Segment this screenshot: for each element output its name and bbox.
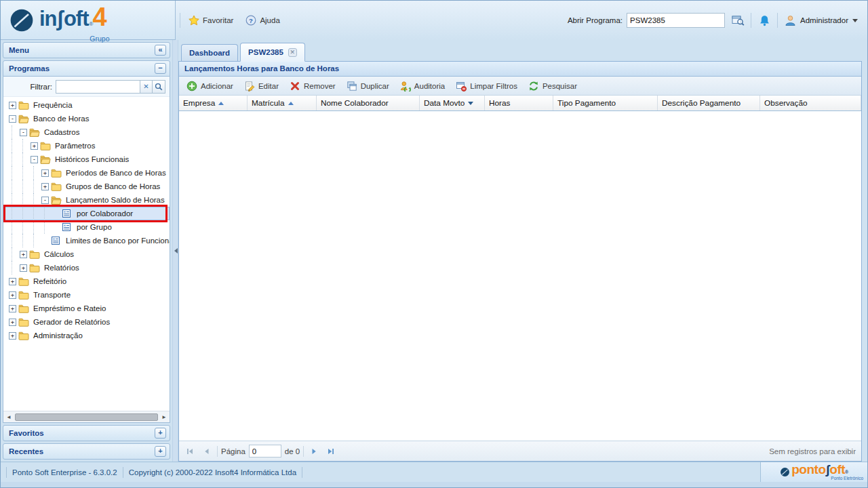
tree-item-gerador-de-relatorios[interactable]: +Gerador de Relatórios	[3, 315, 170, 329]
tree-expander[interactable]: +	[18, 262, 29, 274]
notifications-button[interactable]	[755, 12, 773, 28]
ajuda-button[interactable]: ? Ajuda	[241, 12, 283, 28]
tab-dashboard[interactable]: Dashboard	[181, 44, 238, 61]
tree-expand-icon[interactable]: +	[20, 264, 27, 272]
tree-expand-icon[interactable]: +	[9, 102, 16, 109]
tree-expander[interactable]: -	[28, 154, 40, 165]
tree-item-limites-de-banco-por-funcionario[interactable]: Limites de Banco por Funcionário	[3, 234, 170, 247]
tree-expander[interactable]: +	[39, 181, 51, 192]
splitter-collapse-icon[interactable]	[174, 248, 178, 253]
tree-item-por-grupo[interactable]: por Grupo	[3, 220, 170, 234]
column-header-empresa[interactable]: Empresa	[179, 96, 248, 110]
last-page-button[interactable]	[324, 445, 338, 458]
tree-item-refeitorio[interactable]: +Refeitório	[3, 274, 170, 288]
tree-item-calculos[interactable]: +Cálculos	[3, 247, 170, 261]
tree-item-frequencia[interactable]: +Frequência	[3, 98, 170, 112]
tree-item-label: Limites de Banco por Funcionário	[66, 237, 170, 245]
tree-expand-icon[interactable]: +	[9, 291, 16, 299]
tree-item-transporte[interactable]: +Transporte	[3, 288, 170, 302]
tree-item-grupos-de-banco-de-horas[interactable]: +Grupos de Banco de Horas	[3, 180, 170, 193]
tree-expand-icon[interactable]: +	[9, 305, 16, 312]
filter-input[interactable]	[56, 80, 140, 94]
scroll-left-icon[interactable]: ◄	[3, 411, 14, 422]
column-header-observacao[interactable]: Observação	[760, 96, 861, 110]
collapse-sidebar-button[interactable]: «	[155, 45, 166, 56]
tree-expander[interactable]: +	[18, 249, 29, 260]
tree-expander[interactable]: +	[7, 100, 18, 111]
tree-expander[interactable]: +	[7, 330, 18, 342]
toolbar-remover-button[interactable]: Remover	[285, 79, 340, 94]
folder-icon	[29, 262, 41, 273]
tree-item-parametros[interactable]: +Parâmetros	[3, 139, 170, 152]
column-header-horas[interactable]: Horas	[485, 96, 553, 110]
tree-expand-icon[interactable]: +	[9, 319, 16, 326]
tree-expander[interactable]: -	[39, 195, 51, 206]
page-number-input[interactable]	[249, 445, 281, 458]
favoritos-section-header[interactable]: Favoritos +	[3, 425, 170, 441]
logo-part: in	[39, 8, 57, 29]
tree-expand-icon[interactable]: +	[41, 169, 49, 177]
tree-item-administracao[interactable]: +Administração	[3, 329, 170, 342]
tree-item-banco-de-horas[interactable]: -Banco de Horas	[3, 112, 170, 125]
collapse-programas-button[interactable]: −	[155, 63, 166, 74]
scroll-right-icon[interactable]: ►	[159, 411, 170, 422]
tree-expander[interactable]: +	[7, 317, 18, 328]
tree-collapse-icon[interactable]: -	[9, 115, 16, 123]
tree-item-historicos-funcionais[interactable]: -Históricos Funcionais	[3, 152, 170, 166]
user-menu-button[interactable]: Administrador	[782, 14, 861, 28]
tree-expander[interactable]: -	[7, 113, 18, 125]
tree-expand-icon[interactable]: +	[41, 183, 49, 190]
scrollbar-thumb[interactable]	[15, 413, 158, 421]
tab-psw2385[interactable]: PSW2385✕	[240, 43, 305, 62]
grid-body-empty[interactable]	[179, 111, 861, 441]
toolbar-limpar-filtros-button[interactable]: Limpar Filtros	[451, 79, 522, 94]
tree-expand-icon[interactable]: +	[20, 251, 27, 258]
tree-collapse-icon[interactable]: -	[20, 129, 27, 136]
toolbar-button-label: Duplicar	[361, 82, 389, 90]
programas-section-header[interactable]: Programas −	[3, 60, 170, 77]
recentes-section-header[interactable]: Recentes +	[3, 443, 170, 460]
tree-item-periodos-de-banco-de-horas[interactable]: +Períodos de Banco de Horas	[3, 166, 170, 180]
toolbar-adicionar-button[interactable]: Adicionar	[182, 79, 238, 94]
tree-collapse-icon[interactable]: -	[41, 197, 49, 204]
toolbar-editar-button[interactable]: Editar	[239, 79, 283, 94]
toolbar-duplicar-button[interactable]: Duplicar	[342, 79, 394, 94]
tree-expander[interactable]: +	[39, 167, 51, 179]
column-header-tipo-pagamento[interactable]: Tipo Pagamento	[553, 96, 658, 110]
tree-item-lancamento-saldo-de-horas[interactable]: -Lançamento Saldo de Horas	[3, 193, 170, 207]
next-page-button[interactable]	[307, 445, 321, 458]
column-header-matricula[interactable]: Matrícula	[248, 96, 317, 110]
program-search-button[interactable]	[729, 12, 747, 28]
tree-expander[interactable]: +	[28, 140, 40, 152]
tree-item-por-colaborador[interactable]: por Colaborador	[3, 207, 170, 220]
favoritos-title: Favoritos	[9, 429, 44, 437]
tree-expander[interactable]: -	[18, 127, 29, 138]
tree-collapse-icon[interactable]: -	[31, 156, 38, 163]
tree-item-cadastros[interactable]: -Cadastros	[3, 125, 170, 139]
tree-expand-icon[interactable]: +	[31, 142, 38, 150]
expand-recentes-button[interactable]: +	[155, 446, 166, 457]
tree-expander[interactable]: +	[7, 289, 18, 301]
tab-close-icon[interactable]: ✕	[288, 48, 297, 57]
prev-page-button[interactable]	[200, 445, 214, 458]
tree-expand-icon[interactable]: +	[9, 278, 16, 285]
column-menu-icon[interactable]	[468, 102, 473, 105]
filter-search-button[interactable]	[153, 80, 165, 94]
tree-expander[interactable]: +	[7, 276, 18, 287]
filter-clear-button[interactable]: ✕	[140, 80, 153, 94]
toolbar-pesquisar-button[interactable]: Pesquisar	[524, 79, 582, 94]
first-page-button[interactable]	[183, 445, 197, 458]
tree-item-emprestimo-e-rateio[interactable]: +Empréstimo e Rateio	[3, 302, 170, 315]
column-header-data-movto[interactable]: Data Movto	[420, 96, 485, 110]
column-header-descricao-pagamento[interactable]: Descrição Pagamento	[658, 96, 760, 110]
tree-item-relatorios[interactable]: +Relatórios	[3, 261, 170, 274]
favoritar-button[interactable]: Favoritar	[184, 12, 237, 28]
tree-expand-icon[interactable]: +	[9, 332, 16, 340]
sidebar-splitter[interactable]	[172, 40, 178, 462]
tree-expander[interactable]: +	[7, 303, 18, 314]
program-code-input[interactable]	[627, 13, 725, 28]
expand-favoritos-button[interactable]: +	[155, 428, 166, 439]
toolbar-auditoria-button[interactable]: Auditoria	[395, 79, 450, 94]
column-header-nome-colaborador[interactable]: Nome Colaborador	[317, 96, 420, 110]
tree-horizontal-scrollbar[interactable]: ◄ ►	[3, 411, 170, 422]
